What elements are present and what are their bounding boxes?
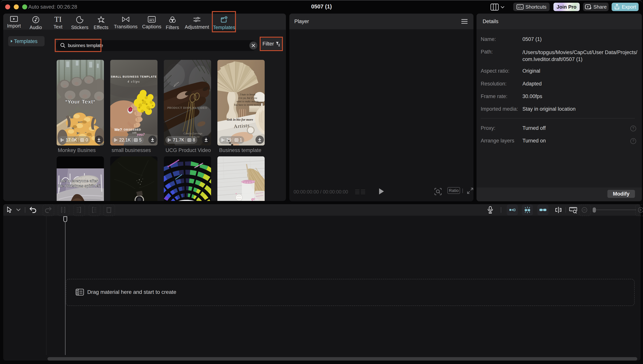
svg-text:Me?: Me? [114,128,122,132]
svg-text:Me to everyone after: Me to everyone after [61,179,98,183]
svg-text:with: with [132,131,136,134]
svg-text:*Your Text*: *Your Text* [65,98,95,105]
svg-text:the Christmas spirit left: the Christmas spirit left [58,184,101,188]
svg-text:SMALL BUSINESS TEMPLATE: SMALL BUSINESS TEMPLATE [111,75,157,78]
svg-text:4 clips: 4 clips [127,80,140,83]
svg-text:OBSESSED: OBSESSED [124,128,141,131]
